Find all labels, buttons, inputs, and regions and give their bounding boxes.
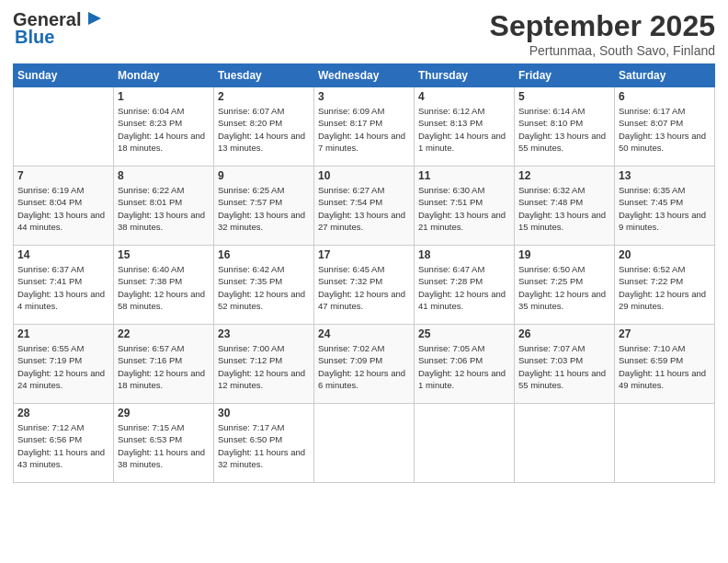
- table-row: 9Sunrise: 6:25 AM Sunset: 7:57 PM Daylig…: [214, 167, 314, 246]
- day-info: Sunrise: 6:42 AM Sunset: 7:35 PM Dayligh…: [218, 263, 310, 312]
- day-info: Sunrise: 6:04 AM Sunset: 8:23 PM Dayligh…: [118, 105, 210, 154]
- col-sunday: Sunday: [14, 64, 114, 87]
- calendar-header-row: Sunday Monday Tuesday Wednesday Thursday…: [14, 64, 715, 87]
- table-row: 18Sunrise: 6:47 AM Sunset: 7:28 PM Dayli…: [415, 246, 515, 325]
- table-row: 27Sunrise: 7:10 AM Sunset: 6:59 PM Dayli…: [615, 325, 715, 404]
- page-header: General Blue September 2025 Pertunmaa, S…: [13, 9, 715, 58]
- table-row: [415, 404, 515, 483]
- day-info: Sunrise: 6:17 AM Sunset: 8:07 PM Dayligh…: [619, 105, 711, 154]
- calendar-week-row: 1Sunrise: 6:04 AM Sunset: 8:23 PM Daylig…: [14, 87, 715, 167]
- logo: General Blue: [13, 9, 103, 48]
- table-row: 12Sunrise: 6:32 AM Sunset: 7:48 PM Dayli…: [515, 167, 615, 246]
- day-info: Sunrise: 7:17 AM Sunset: 6:50 PM Dayligh…: [218, 421, 310, 470]
- table-row: 23Sunrise: 7:00 AM Sunset: 7:12 PM Dayli…: [214, 325, 314, 404]
- table-row: 2Sunrise: 6:07 AM Sunset: 8:20 PM Daylig…: [214, 87, 314, 167]
- day-info: Sunrise: 7:07 AM Sunset: 7:03 PM Dayligh…: [518, 342, 610, 391]
- table-row: 29Sunrise: 7:15 AM Sunset: 6:53 PM Dayli…: [114, 404, 214, 483]
- table-row: 20Sunrise: 6:52 AM Sunset: 7:22 PM Dayli…: [615, 246, 715, 325]
- day-info: Sunrise: 6:07 AM Sunset: 8:20 PM Dayligh…: [218, 105, 310, 154]
- table-row: 26Sunrise: 7:07 AM Sunset: 7:03 PM Dayli…: [515, 325, 615, 404]
- table-row: 30Sunrise: 7:17 AM Sunset: 6:50 PM Dayli…: [214, 404, 314, 483]
- table-row: [615, 404, 715, 483]
- table-row: 6Sunrise: 6:17 AM Sunset: 8:07 PM Daylig…: [615, 87, 715, 167]
- day-info: Sunrise: 6:32 AM Sunset: 7:48 PM Dayligh…: [518, 184, 610, 233]
- table-row: [14, 87, 114, 167]
- page-container: General Blue September 2025 Pertunmaa, S…: [0, 0, 728, 563]
- table-row: 5Sunrise: 6:14 AM Sunset: 8:10 PM Daylig…: [515, 87, 615, 167]
- day-info: Sunrise: 6:40 AM Sunset: 7:38 PM Dayligh…: [118, 263, 210, 312]
- table-row: [314, 404, 415, 483]
- day-number: 13: [619, 169, 711, 182]
- day-number: 15: [118, 248, 210, 261]
- table-row: 10Sunrise: 6:27 AM Sunset: 7:54 PM Dayli…: [314, 167, 415, 246]
- day-info: Sunrise: 7:02 AM Sunset: 7:09 PM Dayligh…: [318, 342, 410, 391]
- day-number: 20: [619, 248, 711, 261]
- day-number: 29: [118, 407, 210, 419]
- day-number: 19: [518, 248, 610, 261]
- col-wednesday: Wednesday: [314, 64, 415, 87]
- day-number: 10: [318, 169, 410, 182]
- day-info: Sunrise: 7:05 AM Sunset: 7:06 PM Dayligh…: [418, 342, 510, 391]
- table-row: 7Sunrise: 6:19 AM Sunset: 8:04 PM Daylig…: [14, 167, 114, 246]
- calendar-week-row: 14Sunrise: 6:37 AM Sunset: 7:41 PM Dayli…: [14, 246, 715, 325]
- day-number: 9: [218, 169, 310, 182]
- table-row: 15Sunrise: 6:40 AM Sunset: 7:38 PM Dayli…: [114, 246, 214, 325]
- table-row: 22Sunrise: 6:57 AM Sunset: 7:16 PM Dayli…: [114, 325, 214, 404]
- day-number: 12: [518, 169, 610, 182]
- col-tuesday: Tuesday: [214, 64, 314, 87]
- day-info: Sunrise: 7:15 AM Sunset: 6:53 PM Dayligh…: [118, 421, 210, 470]
- calendar-week-row: 28Sunrise: 7:12 AM Sunset: 6:56 PM Dayli…: [14, 404, 715, 483]
- day-info: Sunrise: 6:25 AM Sunset: 7:57 PM Dayligh…: [218, 184, 310, 233]
- day-number: 25: [418, 327, 510, 340]
- table-row: [515, 404, 615, 483]
- day-number: 24: [318, 327, 410, 340]
- table-row: 13Sunrise: 6:35 AM Sunset: 7:45 PM Dayli…: [615, 167, 715, 246]
- calendar-week-row: 7Sunrise: 6:19 AM Sunset: 8:04 PM Daylig…: [14, 167, 715, 246]
- day-info: Sunrise: 6:55 AM Sunset: 7:19 PM Dayligh…: [17, 342, 109, 391]
- col-monday: Monday: [114, 64, 214, 87]
- day-info: Sunrise: 6:47 AM Sunset: 7:28 PM Dayligh…: [418, 263, 510, 312]
- day-info: Sunrise: 6:14 AM Sunset: 8:10 PM Dayligh…: [518, 105, 610, 154]
- day-number: 6: [619, 90, 711, 103]
- day-number: 11: [418, 169, 510, 182]
- day-number: 5: [518, 90, 610, 103]
- table-row: 14Sunrise: 6:37 AM Sunset: 7:41 PM Dayli…: [14, 246, 114, 325]
- day-number: 18: [418, 248, 510, 261]
- table-row: 1Sunrise: 6:04 AM Sunset: 8:23 PM Daylig…: [114, 87, 214, 167]
- col-thursday: Thursday: [415, 64, 515, 87]
- day-info: Sunrise: 7:12 AM Sunset: 6:56 PM Dayligh…: [17, 421, 109, 470]
- day-number: 26: [518, 327, 610, 340]
- day-number: 23: [218, 327, 310, 340]
- day-info: Sunrise: 6:12 AM Sunset: 8:13 PM Dayligh…: [418, 105, 510, 154]
- day-info: Sunrise: 6:22 AM Sunset: 8:01 PM Dayligh…: [118, 184, 210, 233]
- day-info: Sunrise: 7:10 AM Sunset: 6:59 PM Dayligh…: [619, 342, 711, 391]
- day-info: Sunrise: 6:45 AM Sunset: 7:32 PM Dayligh…: [318, 263, 410, 312]
- day-info: Sunrise: 6:19 AM Sunset: 8:04 PM Dayligh…: [17, 184, 109, 233]
- day-info: Sunrise: 6:37 AM Sunset: 7:41 PM Dayligh…: [17, 263, 109, 312]
- day-number: 16: [218, 248, 310, 261]
- table-row: 4Sunrise: 6:12 AM Sunset: 8:13 PM Daylig…: [415, 87, 515, 167]
- title-block: September 2025 Pertunmaa, South Savo, Fi…: [490, 9, 715, 58]
- month-title: September 2025: [490, 9, 715, 43]
- day-number: 30: [218, 407, 310, 419]
- day-number: 7: [17, 169, 109, 182]
- day-number: 4: [418, 90, 510, 103]
- day-info: Sunrise: 6:57 AM Sunset: 7:16 PM Dayligh…: [118, 342, 210, 391]
- table-row: 17Sunrise: 6:45 AM Sunset: 7:32 PM Dayli…: [314, 246, 415, 325]
- table-row: 24Sunrise: 7:02 AM Sunset: 7:09 PM Dayli…: [314, 325, 415, 404]
- day-info: Sunrise: 6:50 AM Sunset: 7:25 PM Dayligh…: [518, 263, 610, 312]
- day-number: 17: [318, 248, 410, 261]
- day-number: 3: [318, 90, 410, 103]
- day-info: Sunrise: 6:09 AM Sunset: 8:17 PM Dayligh…: [318, 105, 410, 154]
- day-number: 21: [17, 327, 109, 340]
- day-number: 8: [118, 169, 210, 182]
- table-row: 19Sunrise: 6:50 AM Sunset: 7:25 PM Dayli…: [515, 246, 615, 325]
- table-row: 8Sunrise: 6:22 AM Sunset: 8:01 PM Daylig…: [114, 167, 214, 246]
- day-number: 27: [619, 327, 711, 340]
- day-info: Sunrise: 7:00 AM Sunset: 7:12 PM Dayligh…: [218, 342, 310, 391]
- calendar-table: Sunday Monday Tuesday Wednesday Thursday…: [13, 63, 715, 483]
- svg-marker-0: [88, 12, 101, 25]
- day-info: Sunrise: 6:35 AM Sunset: 7:45 PM Dayligh…: [619, 184, 711, 233]
- day-number: 1: [118, 90, 210, 103]
- table-row: 25Sunrise: 7:05 AM Sunset: 7:06 PM Dayli…: [415, 325, 515, 404]
